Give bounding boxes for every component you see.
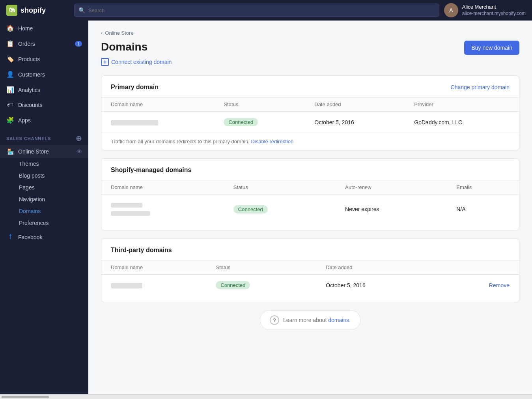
shopify-managed-card: Shopify-managed domains Domain name Stat… <box>101 158 519 230</box>
search-input[interactable] <box>88 7 435 13</box>
breadcrumb-parent: Online Store <box>105 30 133 36</box>
primary-domain-table: Domain name Status Date added Provider C… <box>101 97 519 133</box>
shopify-managed-table: Domain name Status Auto-renew Emails <box>101 180 519 224</box>
logo-text: shopify <box>21 6 46 15</box>
eye-icon[interactable]: 👁 <box>77 148 82 155</box>
primary-domain-provider: GoDaddy.com, LLC <box>405 112 519 133</box>
layout: 🏠 Home 📋 Orders 1 🏷️ Products 👤 Customer… <box>0 21 532 394</box>
primary-domain-header: Primary domain Change primary domain <box>101 76 519 97</box>
sidebar-sub-pages[interactable]: Pages <box>0 182 88 193</box>
sales-channels-label: SALES CHANNELS ⊕ <box>0 128 88 145</box>
sidebar-item-online-store[interactable]: 🏪 Online Store 👁 <box>0 145 88 158</box>
third-party-title: Third-party domains <box>111 247 172 254</box>
third-party-card: Third-party domains Domain name Status D… <box>101 238 519 302</box>
primary-domain-card: Primary domain Change primary domain Dom… <box>101 75 519 150</box>
scrollbar-thumb <box>2 396 49 398</box>
products-icon: 🏷️ <box>6 55 14 63</box>
sidebar-item-orders[interactable]: 📋 Orders 1 <box>0 36 88 51</box>
domains-learn-link[interactable]: domains. <box>328 317 351 323</box>
table-row: Connected October 5, 2016 GoDaddy.com, L… <box>101 112 519 133</box>
sidebar-item-label: Products <box>18 56 40 62</box>
analytics-icon: 📊 <box>6 86 14 94</box>
sidebar-item-label: Orders <box>18 41 35 47</box>
sidebar-item-facebook[interactable]: f Facebook <box>0 229 88 245</box>
col-status: Status <box>206 260 316 275</box>
sidebar-sub-domains[interactable]: Domains <box>0 205 88 217</box>
third-party-header: Third-party domains <box>101 239 519 260</box>
col-status: Status <box>224 180 336 195</box>
blurred-domain <box>111 283 142 288</box>
third-party-actions: Remove <box>437 275 519 296</box>
search-bar[interactable]: 🔍 <box>74 4 439 17</box>
col-status: Status <box>214 97 305 112</box>
col-provider: Provider <box>405 97 519 112</box>
sidebar-item-label: Analytics <box>18 87 40 93</box>
managed-domain-name <box>101 195 224 224</box>
third-party-domain-name <box>101 275 206 296</box>
status-badge: Connected <box>216 281 250 289</box>
page-title: Domains <box>101 41 147 53</box>
sidebar-item-products[interactable]: 🏷️ Products <box>0 51 88 67</box>
learn-more-box: ? Learn more about domains. <box>101 310 519 330</box>
third-party-date: October 5, 2016 <box>316 275 437 296</box>
user-info: Alice Merchant alice-merchant.myshopify.… <box>462 4 526 17</box>
sidebar: 🏠 Home 📋 Orders 1 🏷️ Products 👤 Customer… <box>0 21 88 394</box>
home-icon: 🏠 <box>6 24 14 32</box>
logo: 🛍 shopify <box>6 5 69 16</box>
topbar: 🛍 shopify 🔍 A Alice Merchant alice-merch… <box>0 0 532 21</box>
sidebar-sub-preferences[interactable]: Preferences <box>0 217 88 229</box>
third-party-table: Domain name Status Date added Connected <box>101 260 519 296</box>
online-store-label: Online Store <box>18 148 49 155</box>
sidebar-item-apps[interactable]: 🧩 Apps <box>0 112 88 128</box>
change-primary-domain-link[interactable]: Change primary domain <box>451 84 510 90</box>
main-content: ‹ Online Store Domains Buy new domain + … <box>88 21 532 394</box>
shopify-managed-header: Shopify-managed domains <box>101 159 519 180</box>
managed-domain-emails: N/A <box>447 195 519 224</box>
sidebar-item-analytics[interactable]: 📊 Analytics <box>0 82 88 97</box>
connect-domain-link[interactable]: + Connect existing domain <box>101 58 519 66</box>
orders-badge: 1 <box>75 41 82 47</box>
col-domain-name: Domain name <box>101 180 224 195</box>
remove-domain-link[interactable]: Remove <box>489 282 510 288</box>
disable-redirection-link[interactable]: Disable redirection <box>251 139 293 144</box>
bottom-scrollbar[interactable] <box>0 394 532 399</box>
sidebar-item-label: Discounts <box>18 102 42 108</box>
breadcrumb[interactable]: ‹ Online Store <box>101 30 519 36</box>
learn-more-text: Learn more about domains. <box>283 317 351 323</box>
user-store: alice-merchant.myshopify.com <box>462 11 526 17</box>
sidebar-sub-blog-posts[interactable]: Blog posts <box>0 170 88 182</box>
user-name: Alice Merchant <box>462 4 526 11</box>
sidebar-item-label: Apps <box>18 117 31 124</box>
primary-domain-date: October 5, 2016 <box>305 112 405 133</box>
blurred-domain-line1 <box>111 203 142 208</box>
online-store-icon: 🏪 <box>6 148 14 155</box>
add-channel-icon[interactable]: ⊕ <box>76 134 82 143</box>
table-row: Connected October 5, 2016 Remove <box>101 275 519 296</box>
sidebar-item-label: Customers <box>18 71 45 78</box>
connect-domain-icon: + <box>101 58 109 66</box>
third-party-status: Connected <box>206 275 316 296</box>
sidebar-item-customers[interactable]: 👤 Customers <box>0 67 88 82</box>
redirect-note: Traffic from all your domains redirects … <box>101 133 519 150</box>
status-badge: Connected <box>233 205 268 214</box>
col-auto-renew: Auto-renew <box>336 180 447 195</box>
learn-more-inner: ? Learn more about domains. <box>260 310 360 330</box>
help-icon: ? <box>270 315 279 325</box>
sidebar-item-label: Facebook <box>18 234 42 240</box>
primary-domain-name <box>101 112 214 133</box>
blurred-domain <box>111 120 158 126</box>
avatar: A <box>444 3 458 17</box>
buy-domain-button[interactable]: Buy new domain <box>464 41 519 55</box>
sidebar-item-home[interactable]: 🏠 Home <box>0 21 88 36</box>
sidebar-sub-navigation[interactable]: Navigation <box>0 193 88 205</box>
table-row: Connected Never expires N/A <box>101 195 519 224</box>
primary-domain-status: Connected <box>214 112 305 133</box>
sidebar-item-discounts[interactable]: 🏷 Discounts <box>0 97 88 112</box>
connect-domain-label: Connect existing domain <box>111 59 172 65</box>
sidebar-sub-themes[interactable]: Themes <box>0 158 88 170</box>
col-domain-name: Domain name <box>101 260 206 275</box>
apps-icon: 🧩 <box>6 116 14 124</box>
col-date-added: Date added <box>316 260 437 275</box>
customers-icon: 👤 <box>6 71 14 78</box>
page-header: Domains Buy new domain <box>101 41 519 55</box>
